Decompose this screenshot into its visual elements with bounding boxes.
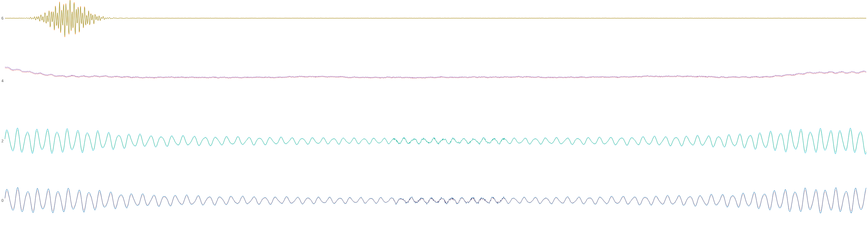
y-tick-0: 0	[0, 198, 4, 203]
waveform-stack: 6 4 2 0	[0, 0, 868, 234]
trace-2-svg	[5, 119, 867, 164]
trace-4-svg	[5, 52, 867, 108]
y-tick-4: 4	[0, 79, 4, 83]
trace-6-svg	[5, 0, 867, 38]
y-tick-2: 2	[0, 139, 4, 143]
trace-0-svg	[5, 178, 867, 224]
y-tick-6: 6	[0, 16, 4, 20]
